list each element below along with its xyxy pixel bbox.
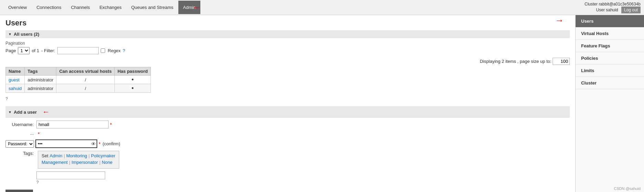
collapse-triangle: ▼ bbox=[8, 32, 12, 36]
sidebar-item-cluster[interactable]: Cluster bbox=[576, 77, 644, 89]
of-label: of 1 bbox=[32, 48, 39, 53]
tags-set-label: Set bbox=[42, 153, 48, 158]
cell-tags: administrator bbox=[25, 76, 56, 84]
regex-checkbox[interactable] bbox=[101, 48, 105, 53]
cell-tags: administrator bbox=[25, 84, 56, 93]
tags-container: Set Admin | Monitoring | Policymaker Man… bbox=[36, 151, 119, 185]
table-row: guest administrator / • bbox=[6, 76, 151, 84]
tag-management-link[interactable]: Management bbox=[42, 160, 68, 165]
pagination-label: Pagination bbox=[5, 41, 570, 46]
main-container: Users ▼ All users (2) Pagination Page 1 … bbox=[0, 15, 644, 192]
tags-label: Tags: bbox=[5, 151, 36, 156]
tags-help: ? bbox=[36, 180, 119, 185]
add-user-section: ▼ Add a user ← Username: * ··· * Passwor… bbox=[5, 106, 570, 192]
cell-has-password: • bbox=[114, 76, 151, 84]
username-label: Username: bbox=[5, 122, 36, 127]
sidebar-items: UsersVirtual HostsFeature FlagsPoliciesL… bbox=[576, 15, 644, 89]
tags-input[interactable] bbox=[36, 171, 105, 179]
nav-channels[interactable]: Channels bbox=[66, 1, 95, 14]
tag-monitoring-link[interactable]: Monitoring bbox=[66, 153, 87, 158]
sidebar-item-virtual-hosts[interactable]: Virtual Hosts bbox=[576, 27, 644, 40]
password-dots-required: * bbox=[38, 131, 40, 137]
eye-icon[interactable]: 👁 bbox=[91, 141, 96, 147]
sidebar-item-feature-flags[interactable]: Feature Flags bbox=[576, 40, 644, 52]
top-navigation: Overview Connections Channels Exchanges … bbox=[0, 0, 644, 15]
arrow-add-user: ← bbox=[42, 108, 50, 116]
nav-overview[interactable]: Overview bbox=[3, 1, 32, 14]
table-row: sahuid administrator / • bbox=[6, 84, 151, 93]
password-input[interactable] bbox=[35, 139, 97, 148]
col-tags: Tags bbox=[25, 67, 56, 76]
tag-impersonator-link[interactable]: Impersonator bbox=[71, 160, 98, 165]
sidebar-arrow-container: UsersVirtual HostsFeature FlagsPoliciesL… bbox=[576, 15, 644, 89]
add-user-triangle: ▼ bbox=[8, 110, 12, 114]
tags-box: Set Admin | Monitoring | Policymaker Man… bbox=[38, 151, 119, 169]
add-user-label: Add a user bbox=[14, 110, 37, 115]
password-type-select[interactable]: Password: Hash: bbox=[5, 140, 34, 148]
cell-virtual-hosts: / bbox=[56, 76, 114, 84]
all-users-label: All users (2) bbox=[14, 32, 39, 37]
col-has-password: Has password bbox=[114, 67, 151, 76]
nav-connections[interactable]: Connections bbox=[32, 1, 66, 14]
page-title: Users bbox=[5, 19, 570, 27]
sidebar-item-limits[interactable]: Limits bbox=[576, 65, 644, 77]
password-dots-label: ··· bbox=[5, 132, 36, 137]
add-user-button[interactable]: Add user bbox=[5, 190, 33, 192]
display-info: Displaying 2 items , page size up to: bbox=[5, 58, 570, 65]
cell-name: sahuid bbox=[6, 84, 25, 93]
confirm-label: (confirm) bbox=[102, 141, 120, 146]
header-user-info: Cluster rabbit@a01c3e50634b User sahuid … bbox=[585, 0, 641, 15]
add-user-section-header[interactable]: ▼ Add a user ← bbox=[5, 106, 570, 118]
password-dots-row: ··· * bbox=[5, 131, 570, 137]
cell-has-password: • bbox=[114, 84, 151, 93]
username-input[interactable] bbox=[36, 121, 109, 128]
confirm-required: * bbox=[99, 141, 100, 147]
regex-label: Regex bbox=[108, 48, 121, 53]
tag-admin-link[interactable]: Admin bbox=[50, 153, 63, 158]
page-select[interactable]: 1 bbox=[18, 47, 30, 54]
filter-input[interactable] bbox=[57, 47, 99, 54]
password-input-wrapper: 👁 bbox=[35, 139, 97, 148]
tags-input-row bbox=[36, 170, 119, 179]
sidebar-item-policies[interactable]: Policies bbox=[576, 52, 644, 65]
tag-none-link[interactable]: None bbox=[102, 160, 112, 165]
col-name: Name bbox=[6, 67, 25, 76]
filter-label: - Filter: bbox=[41, 48, 55, 53]
pagination-controls: Page 1 of 1 - Filter: Regex ? bbox=[5, 47, 570, 54]
table-help-link[interactable]: ? bbox=[5, 97, 8, 101]
cluster-info: Cluster rabbit@a01c3e50634b bbox=[585, 2, 641, 7]
nav-admin[interactable]: Admin bbox=[178, 1, 201, 14]
sidebar-item-users[interactable]: Users bbox=[576, 15, 644, 27]
password-input-row: Password: Hash: 👁 * (confirm) bbox=[5, 139, 570, 148]
cell-name: guest bbox=[6, 76, 25, 84]
username-required: * bbox=[110, 122, 112, 127]
nav-queues-streams[interactable]: Queues and Streams bbox=[126, 1, 178, 14]
nav-exchanges[interactable]: Exchanges bbox=[95, 1, 126, 14]
col-virtual-hosts: Can access virtual hosts bbox=[56, 67, 114, 76]
page-label: Page bbox=[5, 48, 16, 53]
user-info: User sahuid Log out bbox=[596, 7, 641, 13]
footer-credit: CSDN @sahuid bbox=[614, 187, 641, 191]
tags-set-line-2: Management | Impersonator | None bbox=[42, 160, 115, 165]
content-area: Users ▼ All users (2) Pagination Page 1 … bbox=[0, 15, 575, 192]
all-users-section-header[interactable]: ▼ All users (2) bbox=[5, 30, 570, 38]
regex-help[interactable]: ? bbox=[123, 48, 125, 53]
tag-policymaker-link[interactable]: Policymaker bbox=[91, 153, 115, 158]
page-size-input[interactable] bbox=[553, 58, 570, 65]
users-table: Name Tags Can access virtual hosts Has p… bbox=[5, 67, 151, 93]
cell-virtual-hosts: / bbox=[56, 84, 114, 93]
logout-button[interactable]: Log out bbox=[621, 7, 641, 13]
tags-row: Tags: Set Admin | Monitoring | Policymak… bbox=[5, 151, 570, 185]
tags-set-line: Set Admin | Monitoring | Policymaker bbox=[42, 153, 115, 158]
username-row: Username: * bbox=[5, 121, 570, 128]
sidebar: UsersVirtual HostsFeature FlagsPoliciesL… bbox=[575, 15, 644, 192]
